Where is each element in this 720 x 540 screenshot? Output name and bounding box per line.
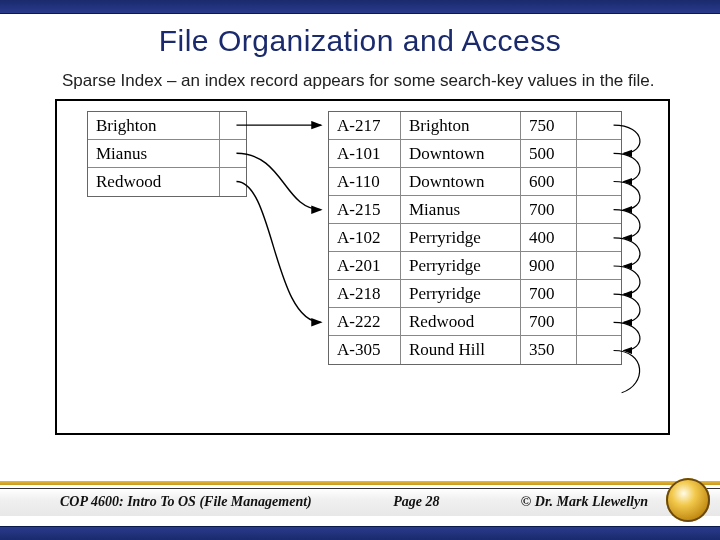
branch-cell: Round Hill bbox=[401, 336, 521, 364]
balance-cell: 750 bbox=[521, 112, 577, 139]
acct-cell: A-217 bbox=[329, 112, 401, 139]
branch-cell: Perryridge bbox=[401, 280, 521, 307]
branch-cell: Downtown bbox=[401, 140, 521, 167]
next-pointer-cell bbox=[577, 168, 621, 195]
index-table: Brighton Mianus Redwood bbox=[87, 111, 247, 197]
footer-course: COP 4600: Intro To OS (File Management) bbox=[60, 494, 312, 510]
branch-cell: Downtown bbox=[401, 168, 521, 195]
balance-cell: 700 bbox=[521, 280, 577, 307]
acct-cell: A-101 bbox=[329, 140, 401, 167]
bottom-bar bbox=[0, 526, 720, 540]
index-row: Redwood bbox=[88, 168, 246, 196]
table-row: A-110 Downtown 600 bbox=[329, 168, 621, 196]
top-bar bbox=[0, 0, 720, 14]
next-pointer-cell bbox=[577, 140, 621, 167]
balance-cell: 900 bbox=[521, 252, 577, 279]
branch-cell: Perryridge bbox=[401, 224, 521, 251]
diagram-frame: Brighton Mianus Redwood A-217 Brighton 7… bbox=[55, 99, 670, 435]
data-table: A-217 Brighton 750 A-101 Downtown 500 A-… bbox=[328, 111, 622, 365]
table-row: A-102 Perryridge 400 bbox=[329, 224, 621, 252]
acct-cell: A-201 bbox=[329, 252, 401, 279]
index-row: Brighton bbox=[88, 112, 246, 140]
table-row: A-215 Mianus 700 bbox=[329, 196, 621, 224]
acct-cell: A-305 bbox=[329, 336, 401, 364]
footer: COP 4600: Intro To OS (File Management) … bbox=[0, 488, 720, 516]
balance-cell: 700 bbox=[521, 308, 577, 335]
index-pointer-cell bbox=[220, 168, 246, 196]
description: Sparse Index – an index record appears f… bbox=[0, 66, 720, 99]
table-row: A-101 Downtown 500 bbox=[329, 140, 621, 168]
balance-cell: 700 bbox=[521, 196, 577, 223]
table-row: A-217 Brighton 750 bbox=[329, 112, 621, 140]
branch-cell: Perryridge bbox=[401, 252, 521, 279]
footer-gold-bar bbox=[0, 481, 720, 485]
next-pointer-cell bbox=[577, 252, 621, 279]
next-pointer-cell bbox=[577, 224, 621, 251]
balance-cell: 350 bbox=[521, 336, 577, 364]
next-pointer-cell bbox=[577, 280, 621, 307]
university-seal-icon bbox=[666, 478, 710, 522]
index-key: Brighton bbox=[88, 112, 220, 139]
index-pointer-cell bbox=[220, 112, 246, 139]
next-pointer-cell bbox=[577, 112, 621, 139]
acct-cell: A-218 bbox=[329, 280, 401, 307]
next-pointer-cell bbox=[577, 196, 621, 223]
table-row: A-218 Perryridge 700 bbox=[329, 280, 621, 308]
acct-cell: A-110 bbox=[329, 168, 401, 195]
index-key: Mianus bbox=[88, 140, 220, 167]
acct-cell: A-102 bbox=[329, 224, 401, 251]
balance-cell: 600 bbox=[521, 168, 577, 195]
footer-author: © Dr. Mark Llewellyn bbox=[521, 494, 648, 510]
footer-page: Page 28 bbox=[393, 494, 439, 510]
table-row: A-305 Round Hill 350 bbox=[329, 336, 621, 364]
next-pointer-cell bbox=[577, 308, 621, 335]
page-title: File Organization and Access bbox=[0, 14, 720, 66]
balance-cell: 500 bbox=[521, 140, 577, 167]
index-pointer-cell bbox=[220, 140, 246, 167]
balance-cell: 400 bbox=[521, 224, 577, 251]
branch-cell: Redwood bbox=[401, 308, 521, 335]
branch-cell: Mianus bbox=[401, 196, 521, 223]
index-key: Redwood bbox=[88, 168, 220, 196]
branch-cell: Brighton bbox=[401, 112, 521, 139]
acct-cell: A-215 bbox=[329, 196, 401, 223]
table-row: A-201 Perryridge 900 bbox=[329, 252, 621, 280]
next-pointer-cell bbox=[577, 336, 621, 364]
table-row: A-222 Redwood 700 bbox=[329, 308, 621, 336]
index-row: Mianus bbox=[88, 140, 246, 168]
acct-cell: A-222 bbox=[329, 308, 401, 335]
